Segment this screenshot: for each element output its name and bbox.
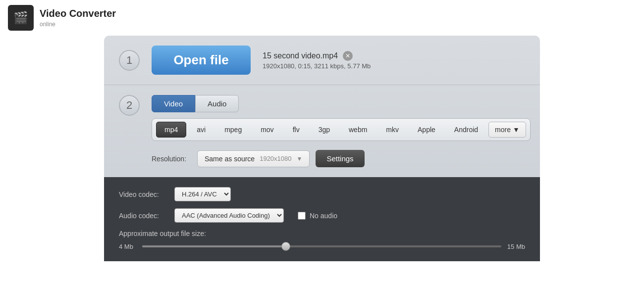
format-tabs: Video Audio xyxy=(152,95,531,112)
format-webm[interactable]: webm xyxy=(340,122,376,138)
resolution-label: Resolution: xyxy=(152,155,191,163)
slider-fill xyxy=(142,245,286,247)
approx-label: Approximate output file size: xyxy=(119,230,525,237)
format-panel: Video Audio mp4 avi mpeg mov flv 3gp web… xyxy=(152,95,531,167)
main-panel: 1 Open file 15 second video.mp4 ✕ 1920x1… xyxy=(104,36,540,261)
chevron-down-icon: ▼ xyxy=(513,126,520,134)
size-slider-container xyxy=(142,241,501,251)
app-logo: 🎬 xyxy=(8,5,34,31)
chevron-down-icon: ▼ xyxy=(297,155,303,162)
format-android[interactable]: Android xyxy=(446,122,486,138)
step2-section: 2 Video Audio mp4 avi mpeg mov flv 3gp w… xyxy=(104,85,540,177)
format-3gp[interactable]: 3gp xyxy=(310,122,338,138)
format-mkv[interactable]: mkv xyxy=(377,122,407,138)
app-title-group: Video Converter online xyxy=(40,8,116,28)
format-mpeg[interactable]: mpeg xyxy=(216,122,250,138)
video-codec-row: Video codec: H.264 / AVC xyxy=(119,187,525,201)
settings-button[interactable]: Settings xyxy=(316,150,364,167)
format-flv[interactable]: flv xyxy=(284,122,308,138)
app-subtitle: online xyxy=(40,21,55,28)
video-codec-label: Video codec: xyxy=(119,190,168,198)
more-label: more xyxy=(495,126,511,134)
slider-track xyxy=(142,245,501,247)
step2-number: 2 xyxy=(119,95,140,116)
tab-video[interactable]: Video xyxy=(152,95,195,112)
format-mp4[interactable]: mp4 xyxy=(156,122,186,138)
resolution-row: Resolution: Same as source 1920x1080 ▼ S… xyxy=(152,150,531,167)
tab-audio[interactable]: Audio xyxy=(195,95,239,112)
size-min-label: 4 Mb xyxy=(119,243,136,250)
file-info: 15 second video.mp4 ✕ 1920x1080, 0:15, 3… xyxy=(263,51,371,70)
approx-row: Approximate output file size: 4 Mb 15 Mb xyxy=(119,230,525,251)
open-file-button[interactable]: Open file xyxy=(152,46,251,75)
no-audio-label: No audio xyxy=(310,212,337,220)
slider-thumb[interactable] xyxy=(281,242,290,251)
film-icon: 🎬 xyxy=(13,11,28,25)
format-apple[interactable]: Apple xyxy=(409,122,444,138)
format-more-dropdown[interactable]: more ▼ xyxy=(488,122,526,138)
format-bar: mp4 avi mpeg mov flv 3gp webm mkv Apple … xyxy=(152,118,531,141)
app-title: Video Converter xyxy=(40,8,116,19)
video-codec-select[interactable]: H.264 / AVC xyxy=(174,187,231,201)
file-close-button[interactable]: ✕ xyxy=(343,51,353,61)
format-mov[interactable]: mov xyxy=(252,122,282,138)
no-audio-row: No audio xyxy=(298,212,337,220)
step1-section: 1 Open file 15 second video.mp4 ✕ 1920x1… xyxy=(104,36,540,85)
format-avi[interactable]: avi xyxy=(188,122,214,138)
resolution-detail: 1920x1080 xyxy=(260,155,291,162)
settings-panel: Video codec: H.264 / AVC Audio codec: AA… xyxy=(104,177,540,261)
header: 🎬 Video Converter online xyxy=(0,0,644,36)
no-audio-checkbox[interactable] xyxy=(298,212,306,220)
audio-codec-row: Audio codec: AAC (Advanced Audio Coding)… xyxy=(119,208,525,223)
resolution-value: Same as source xyxy=(205,155,255,163)
size-slider-row: 4 Mb 15 Mb xyxy=(119,241,525,251)
size-max-label: 15 Mb xyxy=(507,243,525,250)
step1-number: 1 xyxy=(119,50,140,71)
file-name-label: 15 second video.mp4 xyxy=(263,51,338,60)
file-name-row: 15 second video.mp4 ✕ xyxy=(263,51,371,61)
audio-codec-select[interactable]: AAC (Advanced Audio Coding) xyxy=(174,208,284,223)
audio-codec-label: Audio codec: xyxy=(119,212,168,220)
file-meta-label: 1920x1080, 0:15, 3211 kbps, 5.77 Mb xyxy=(263,62,371,70)
resolution-dropdown[interactable]: Same as source 1920x1080 ▼ xyxy=(197,150,310,167)
close-icon: ✕ xyxy=(345,52,350,59)
